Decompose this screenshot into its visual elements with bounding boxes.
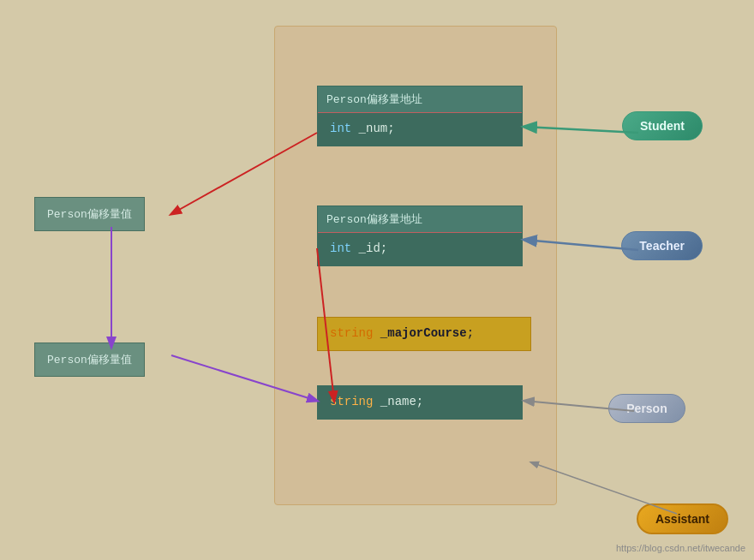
box1-content: int _num; [318,113,522,146]
var-name: _name [373,395,416,408]
badge-teacher: Teacher [621,231,703,260]
left-box2-label: Person偏移量值 [47,354,132,366]
badge-person: Person [608,394,685,423]
var-num: _num [351,122,387,135]
watermark: https://blog.csdn.net/itwecande [616,543,745,553]
box1-header: Person偏移量地址 [318,86,522,113]
keyword-int-2: int [330,241,351,255]
badge-assistant: Assistant [637,503,728,534]
left-box1-label: Person偏移量值 [47,208,132,221]
box2-content: int _id; [318,233,522,265]
keyword-string-name: string [330,395,373,408]
keyword-string-major: string [330,326,373,340]
memory-box-id: Person偏移量地址 int _id; [317,206,523,266]
var-id: _id [351,241,380,255]
keyword-int-1: int [330,122,351,135]
memory-box-num: Person偏移量地址 int _num; [317,86,523,146]
left-offset-box-2: Person偏移量值 [34,343,145,377]
memory-box-major: string _majorCourse; [317,317,531,351]
memory-box-name: string _name; [317,385,523,420]
badge-student: Student [622,111,703,140]
var-major: _majorCourse [373,326,466,340]
box2-header: Person偏移量地址 [318,206,522,233]
left-offset-box-1: Person偏移量值 [34,197,145,231]
